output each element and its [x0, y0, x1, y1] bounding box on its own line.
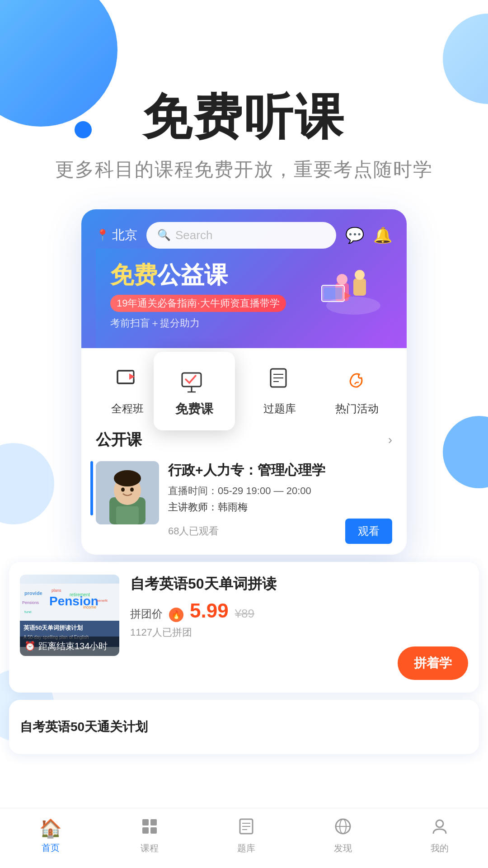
discover-icon: [334, 817, 352, 840]
product-title-2: 自考英语50天通关计划: [20, 718, 148, 736]
bottom-nav-home[interactable]: 🏠 首页: [39, 818, 62, 854]
svg-rect-40: [150, 819, 157, 826]
home-label: 首页: [42, 842, 60, 854]
buy-button-1[interactable]: 拼着学: [398, 646, 468, 680]
app-header: 📍 北京 🔍 Search 💬 🔔 免费公益课 19年通关必备指南·大牛师资直播…: [81, 209, 407, 348]
app-mockup: 📍 北京 🔍 Search 💬 🔔 免费公益课 19年通关必备指南·大牛师资直播…: [81, 209, 407, 555]
svg-text:income: income: [83, 605, 96, 609]
nav-icon-hotactivity: [339, 361, 375, 397]
price-main: 5.99: [190, 599, 229, 622]
svg-text:fund: fund: [24, 610, 32, 614]
course-time: 直播时间：05-29 19:00 — 20:00: [168, 484, 392, 498]
nav-item-quanchengban[interactable]: 全程班: [109, 361, 145, 416]
course-label: 课程: [141, 842, 159, 854]
app-header-top: 📍 北京 🔍 Search 💬 🔔: [96, 222, 392, 249]
public-course-header: 公开课 ›: [81, 420, 407, 455]
svg-rect-3: [353, 278, 366, 296]
svg-text:英语50天单词拼读计划: 英语50天单词拼读计划: [23, 624, 83, 631]
course-icon: [141, 817, 159, 840]
course-views: 68人已观看: [168, 524, 219, 538]
product-info-1: 自考英语50天单词拼读 拼团价 🔥 5.99 ¥89 1127人已拼团 拼着学: [119, 575, 468, 680]
svg-rect-24: [116, 506, 139, 524]
nav-item-guotiku[interactable]: 过题库: [262, 361, 298, 416]
course-card-wrapper: 行政+人力专：管理心理学 直播时间：05-29 19:00 — 20:00 主讲…: [81, 455, 407, 555]
hero-subtitle: 更多科目的课程免费开放，重要考点随时学: [0, 157, 488, 182]
svg-point-4: [355, 270, 365, 280]
nav-label-guotiku: 过题库: [263, 401, 296, 416]
product-title-1: 自考英语50天单词拼读: [130, 575, 468, 594]
nav-icon-quanchengban: [109, 361, 145, 397]
nav-icon-guotiku: [262, 361, 298, 397]
course-name: 行政+人力专：管理心理学: [168, 461, 392, 480]
course-footer: 68人已观看 观看: [168, 519, 392, 544]
bottom-nav-course[interactable]: 课程: [141, 817, 159, 854]
search-placeholder-text: Search: [175, 228, 212, 242]
search-icon: 🔍: [157, 229, 171, 241]
hero-section: 免费听课 更多科目的课程免费开放，重要考点随时学: [0, 0, 488, 182]
deco-circle-right-mid: [443, 416, 488, 488]
header-icons: 💬 🔔: [345, 226, 392, 244]
popup-icon-mianfeike: [176, 364, 212, 401]
chat-icon[interactable]: 💬: [345, 226, 364, 244]
nav-item-hotactivity[interactable]: 热门活动: [335, 361, 379, 416]
timer-text: 距离结束134小时: [38, 640, 108, 652]
product-image-1: provide plans retirement Pensions Pensio…: [20, 575, 119, 656]
product-card-1: provide plans retirement Pensions Pensio…: [9, 562, 479, 693]
price-icon: 🔥: [169, 608, 183, 622]
bottom-nav-mine[interactable]: 我的: [431, 817, 449, 854]
tiku-icon: [237, 817, 255, 840]
banner-sub1: 19年通关必备指南·大牛师资直播带学: [110, 295, 286, 312]
svg-rect-42: [150, 827, 157, 834]
svg-rect-6: [324, 288, 342, 299]
product-timer: ⏰ 距离结束134小时: [20, 637, 119, 656]
course-teacher: 主讲教师：韩雨梅: [168, 500, 392, 514]
svg-point-25: [121, 487, 125, 491]
popup-label-mianfeike: 免费课: [175, 401, 213, 418]
price-original: ¥89: [235, 607, 254, 621]
price-label: 拼团价: [130, 607, 163, 621]
nav-icons-row: 全程班 免费课: [81, 348, 407, 420]
mine-label: 我的: [431, 842, 449, 854]
product-price-row: 拼团价 🔥 5.99 ¥89: [130, 599, 468, 622]
location-tag[interactable]: 📍 北京: [96, 226, 137, 244]
banner-illustration: [295, 256, 385, 330]
product-card-2: 自考英语50天通关计划: [9, 700, 479, 754]
public-course-title: 公开课: [96, 429, 142, 450]
discover-label: 发现: [334, 842, 352, 854]
bottom-nav-tiku[interactable]: 题库: [237, 817, 255, 854]
svg-point-23: [114, 470, 141, 486]
tiku-label: 题库: [237, 842, 255, 854]
home-icon: 🏠: [39, 818, 62, 839]
popup-card-mianfeike[interactable]: 免费课: [154, 352, 235, 430]
section-arrow[interactable]: ›: [388, 433, 392, 447]
bottom-nav-discover[interactable]: 发现: [334, 817, 352, 854]
nav-item-mianfeike-wrapper: 免费课: [183, 361, 224, 416]
search-bar[interactable]: 🔍 Search: [146, 222, 336, 249]
nav-label-hotactivity: 热门活动: [335, 401, 379, 416]
svg-text:provide: provide: [24, 590, 42, 596]
deco-circle-left-mid: [0, 443, 54, 524]
svg-text:benefit: benefit: [97, 599, 108, 603]
banner-title-rest: 公益课: [157, 262, 228, 288]
mockup-card: 📍 北京 🔍 Search 💬 🔔 免费公益课 19年通关必备指南·大牛师资直播…: [81, 209, 407, 555]
banner-area: 免费公益课 19年通关必备指南·大牛师资直播带学 考前扫盲＋提分助力: [96, 249, 392, 348]
bell-icon[interactable]: 🔔: [373, 226, 392, 244]
svg-rect-41: [142, 827, 149, 834]
svg-rect-39: [142, 819, 149, 826]
banner-title-highlight: 免费: [110, 262, 157, 288]
course-card: 行政+人力专：管理心理学 直播时间：05-29 19:00 — 20:00 主讲…: [81, 455, 407, 555]
hero-title: 免费听课: [0, 90, 488, 144]
watch-button[interactable]: 观看: [345, 519, 392, 544]
svg-point-50: [436, 820, 443, 827]
nav-label-quanchengban: 全程班: [111, 401, 144, 416]
svg-point-26: [130, 487, 134, 491]
mine-icon: [431, 817, 449, 840]
blue-indicator: [90, 461, 93, 515]
product-buyers: 1127人已拼团: [130, 626, 468, 639]
course-info: 行政+人力专：管理心理学 直播时间：05-29 19:00 — 20:00 主讲…: [168, 461, 392, 544]
course-avatar: [96, 461, 159, 524]
location-icon: 📍: [96, 229, 109, 241]
timer-icon: ⏰: [24, 641, 36, 651]
bottom-nav: 🏠 首页 课程 题库 发现 我的: [0, 808, 488, 868]
svg-text:Pensions: Pensions: [22, 600, 39, 605]
